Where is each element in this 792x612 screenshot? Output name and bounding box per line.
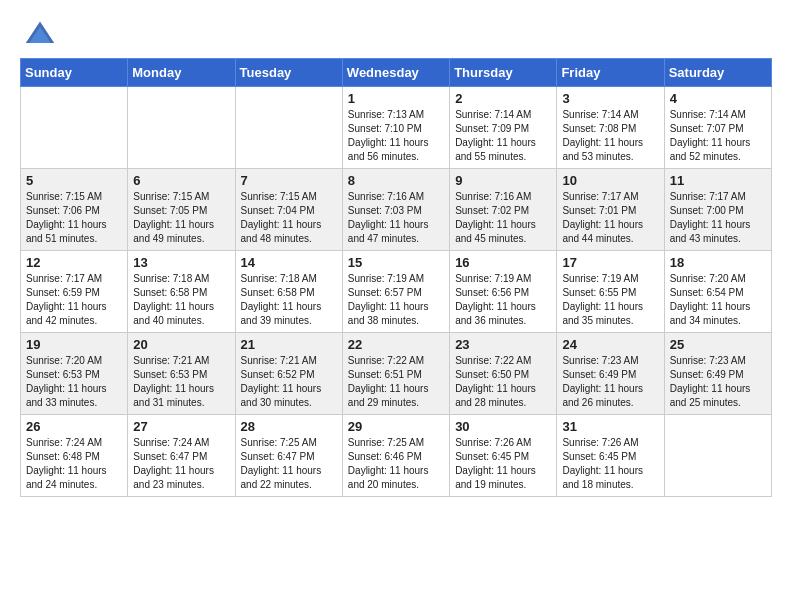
- day-cell: [664, 415, 771, 497]
- day-info: Sunrise: 7:17 AM Sunset: 7:01 PM Dayligh…: [562, 190, 658, 246]
- day-info: Sunrise: 7:16 AM Sunset: 7:02 PM Dayligh…: [455, 190, 551, 246]
- day-number: 8: [348, 173, 444, 188]
- day-info: Sunrise: 7:17 AM Sunset: 6:59 PM Dayligh…: [26, 272, 122, 328]
- day-info: Sunrise: 7:24 AM Sunset: 6:48 PM Dayligh…: [26, 436, 122, 492]
- day-number: 21: [241, 337, 337, 352]
- day-cell: 4Sunrise: 7:14 AM Sunset: 7:07 PM Daylig…: [664, 87, 771, 169]
- day-cell: 13Sunrise: 7:18 AM Sunset: 6:58 PM Dayli…: [128, 251, 235, 333]
- day-info: Sunrise: 7:23 AM Sunset: 6:49 PM Dayligh…: [562, 354, 658, 410]
- day-cell: 20Sunrise: 7:21 AM Sunset: 6:53 PM Dayli…: [128, 333, 235, 415]
- day-info: Sunrise: 7:24 AM Sunset: 6:47 PM Dayligh…: [133, 436, 229, 492]
- day-number: 20: [133, 337, 229, 352]
- day-info: Sunrise: 7:14 AM Sunset: 7:09 PM Dayligh…: [455, 108, 551, 164]
- day-info: Sunrise: 7:17 AM Sunset: 7:00 PM Dayligh…: [670, 190, 766, 246]
- day-cell: 19Sunrise: 7:20 AM Sunset: 6:53 PM Dayli…: [21, 333, 128, 415]
- day-cell: [128, 87, 235, 169]
- day-cell: 9Sunrise: 7:16 AM Sunset: 7:02 PM Daylig…: [450, 169, 557, 251]
- day-number: 4: [670, 91, 766, 106]
- logo: [24, 18, 62, 50]
- day-info: Sunrise: 7:19 AM Sunset: 6:55 PM Dayligh…: [562, 272, 658, 328]
- day-info: Sunrise: 7:20 AM Sunset: 6:53 PM Dayligh…: [26, 354, 122, 410]
- day-number: 12: [26, 255, 122, 270]
- day-number: 15: [348, 255, 444, 270]
- day-number: 16: [455, 255, 551, 270]
- day-cell: 16Sunrise: 7:19 AM Sunset: 6:56 PM Dayli…: [450, 251, 557, 333]
- day-info: Sunrise: 7:21 AM Sunset: 6:53 PM Dayligh…: [133, 354, 229, 410]
- day-cell: 14Sunrise: 7:18 AM Sunset: 6:58 PM Dayli…: [235, 251, 342, 333]
- day-number: 2: [455, 91, 551, 106]
- day-cell: 22Sunrise: 7:22 AM Sunset: 6:51 PM Dayli…: [342, 333, 449, 415]
- header: [0, 0, 792, 58]
- day-number: 31: [562, 419, 658, 434]
- header-cell-friday: Friday: [557, 59, 664, 87]
- day-cell: 6Sunrise: 7:15 AM Sunset: 7:05 PM Daylig…: [128, 169, 235, 251]
- day-cell: 1Sunrise: 7:13 AM Sunset: 7:10 PM Daylig…: [342, 87, 449, 169]
- day-cell: 2Sunrise: 7:14 AM Sunset: 7:09 PM Daylig…: [450, 87, 557, 169]
- day-cell: 26Sunrise: 7:24 AM Sunset: 6:48 PM Dayli…: [21, 415, 128, 497]
- day-info: Sunrise: 7:14 AM Sunset: 7:07 PM Dayligh…: [670, 108, 766, 164]
- day-cell: 31Sunrise: 7:26 AM Sunset: 6:45 PM Dayli…: [557, 415, 664, 497]
- day-number: 1: [348, 91, 444, 106]
- day-number: 14: [241, 255, 337, 270]
- day-number: 5: [26, 173, 122, 188]
- day-number: 19: [26, 337, 122, 352]
- day-number: 29: [348, 419, 444, 434]
- day-cell: 12Sunrise: 7:17 AM Sunset: 6:59 PM Dayli…: [21, 251, 128, 333]
- day-number: 3: [562, 91, 658, 106]
- day-number: 10: [562, 173, 658, 188]
- day-info: Sunrise: 7:16 AM Sunset: 7:03 PM Dayligh…: [348, 190, 444, 246]
- logo-icon: [24, 18, 56, 50]
- day-number: 9: [455, 173, 551, 188]
- day-number: 24: [562, 337, 658, 352]
- day-cell: 21Sunrise: 7:21 AM Sunset: 6:52 PM Dayli…: [235, 333, 342, 415]
- day-info: Sunrise: 7:15 AM Sunset: 7:05 PM Dayligh…: [133, 190, 229, 246]
- day-info: Sunrise: 7:18 AM Sunset: 6:58 PM Dayligh…: [133, 272, 229, 328]
- day-info: Sunrise: 7:13 AM Sunset: 7:10 PM Dayligh…: [348, 108, 444, 164]
- week-row-2: 12Sunrise: 7:17 AM Sunset: 6:59 PM Dayli…: [21, 251, 772, 333]
- day-cell: 24Sunrise: 7:23 AM Sunset: 6:49 PM Dayli…: [557, 333, 664, 415]
- day-cell: 8Sunrise: 7:16 AM Sunset: 7:03 PM Daylig…: [342, 169, 449, 251]
- day-info: Sunrise: 7:19 AM Sunset: 6:56 PM Dayligh…: [455, 272, 551, 328]
- header-cell-wednesday: Wednesday: [342, 59, 449, 87]
- day-number: 18: [670, 255, 766, 270]
- day-info: Sunrise: 7:14 AM Sunset: 7:08 PM Dayligh…: [562, 108, 658, 164]
- day-number: 23: [455, 337, 551, 352]
- day-cell: 18Sunrise: 7:20 AM Sunset: 6:54 PM Dayli…: [664, 251, 771, 333]
- day-number: 28: [241, 419, 337, 434]
- header-cell-tuesday: Tuesday: [235, 59, 342, 87]
- header-cell-monday: Monday: [128, 59, 235, 87]
- day-cell: 23Sunrise: 7:22 AM Sunset: 6:50 PM Dayli…: [450, 333, 557, 415]
- day-cell: 7Sunrise: 7:15 AM Sunset: 7:04 PM Daylig…: [235, 169, 342, 251]
- week-row-0: 1Sunrise: 7:13 AM Sunset: 7:10 PM Daylig…: [21, 87, 772, 169]
- day-number: 22: [348, 337, 444, 352]
- day-info: Sunrise: 7:26 AM Sunset: 6:45 PM Dayligh…: [455, 436, 551, 492]
- calendar-wrapper: SundayMondayTuesdayWednesdayThursdayFrid…: [0, 58, 792, 507]
- day-cell: 10Sunrise: 7:17 AM Sunset: 7:01 PM Dayli…: [557, 169, 664, 251]
- day-number: 30: [455, 419, 551, 434]
- page: SundayMondayTuesdayWednesdayThursdayFrid…: [0, 0, 792, 612]
- day-number: 11: [670, 173, 766, 188]
- day-cell: 25Sunrise: 7:23 AM Sunset: 6:49 PM Dayli…: [664, 333, 771, 415]
- day-info: Sunrise: 7:23 AM Sunset: 6:49 PM Dayligh…: [670, 354, 766, 410]
- header-cell-thursday: Thursday: [450, 59, 557, 87]
- day-info: Sunrise: 7:19 AM Sunset: 6:57 PM Dayligh…: [348, 272, 444, 328]
- day-number: 17: [562, 255, 658, 270]
- day-info: Sunrise: 7:20 AM Sunset: 6:54 PM Dayligh…: [670, 272, 766, 328]
- week-row-3: 19Sunrise: 7:20 AM Sunset: 6:53 PM Dayli…: [21, 333, 772, 415]
- day-cell: 30Sunrise: 7:26 AM Sunset: 6:45 PM Dayli…: [450, 415, 557, 497]
- day-cell: 17Sunrise: 7:19 AM Sunset: 6:55 PM Dayli…: [557, 251, 664, 333]
- day-cell: 15Sunrise: 7:19 AM Sunset: 6:57 PM Dayli…: [342, 251, 449, 333]
- calendar-header: SundayMondayTuesdayWednesdayThursdayFrid…: [21, 59, 772, 87]
- day-info: Sunrise: 7:22 AM Sunset: 6:50 PM Dayligh…: [455, 354, 551, 410]
- day-info: Sunrise: 7:25 AM Sunset: 6:46 PM Dayligh…: [348, 436, 444, 492]
- day-info: Sunrise: 7:21 AM Sunset: 6:52 PM Dayligh…: [241, 354, 337, 410]
- calendar-table: SundayMondayTuesdayWednesdayThursdayFrid…: [20, 58, 772, 497]
- week-row-4: 26Sunrise: 7:24 AM Sunset: 6:48 PM Dayli…: [21, 415, 772, 497]
- day-info: Sunrise: 7:18 AM Sunset: 6:58 PM Dayligh…: [241, 272, 337, 328]
- header-row: SundayMondayTuesdayWednesdayThursdayFrid…: [21, 59, 772, 87]
- day-cell: 5Sunrise: 7:15 AM Sunset: 7:06 PM Daylig…: [21, 169, 128, 251]
- calendar-body: 1Sunrise: 7:13 AM Sunset: 7:10 PM Daylig…: [21, 87, 772, 497]
- day-number: 26: [26, 419, 122, 434]
- day-info: Sunrise: 7:15 AM Sunset: 7:06 PM Dayligh…: [26, 190, 122, 246]
- day-cell: 3Sunrise: 7:14 AM Sunset: 7:08 PM Daylig…: [557, 87, 664, 169]
